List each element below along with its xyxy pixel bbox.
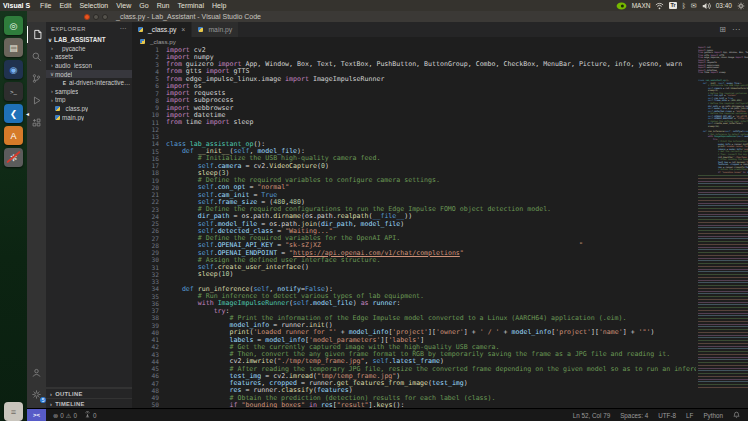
bluetooth-icon[interactable]: ᛒ	[682, 2, 686, 9]
menu-item-terminal[interactable]: Terminal	[177, 2, 203, 9]
line-number: 32	[132, 271, 166, 278]
line-number: 5	[132, 75, 166, 82]
encoding[interactable]: UTF-8	[658, 412, 676, 419]
settings-badge: 5	[40, 397, 46, 403]
menu-item-view[interactable]: View	[116, 2, 131, 9]
vscode-icon[interactable]: ❮◂	[4, 104, 23, 123]
source-control-icon[interactable]	[27, 70, 46, 87]
workspace-root[interactable]: ∨ LAB_ASSISTANT	[46, 35, 132, 44]
chevron-icon: ›	[50, 391, 52, 397]
line-number: 45	[132, 365, 166, 372]
code-line-32[interactable]: 32 sleep(10)	[132, 271, 696, 278]
warning-icon: ⚠	[66, 412, 72, 419]
tree-item-samples[interactable]: ›samples	[46, 87, 132, 96]
problems-indicator[interactable]: ⊗ 0 ⚠ 0	[53, 412, 77, 419]
tree-item-label: samples	[55, 88, 78, 95]
line-number: 46	[132, 372, 166, 379]
activity-bar: 5	[27, 22, 46, 408]
code-line-11[interactable]: 11from time import sleep	[132, 119, 696, 126]
notifications-bell-icon[interactable]	[733, 411, 740, 419]
language-mode[interactable]: Python	[703, 412, 723, 419]
line-number: 29	[132, 249, 166, 256]
dash-icon[interactable]: ◎	[4, 16, 23, 35]
window-minimize-button[interactable]	[93, 14, 99, 20]
code-line-50[interactable]: 50 if "bounding_boxes" in res["result"].…	[132, 401, 696, 408]
menu-item-file[interactable]: File	[40, 2, 51, 9]
trash-icon[interactable]: ≡	[4, 402, 23, 421]
window-close-button[interactable]	[84, 14, 90, 20]
browser-icon[interactable]: ◉	[4, 60, 23, 79]
input-method-indicator[interactable]: Tr	[669, 2, 676, 9]
tree-item-ai-driven-interactive-lab-assistant-[interactable]: Eai-driven-interactive-lab-assistant-...	[46, 78, 132, 87]
section-outline[interactable]: ›OUTLINE	[46, 388, 132, 398]
eol[interactable]: LF	[686, 412, 693, 419]
split-editor-icon[interactable]: ⊞	[719, 25, 726, 34]
line-number: 22	[132, 198, 166, 205]
explorer-icon[interactable]	[27, 26, 46, 43]
sidebar-sections: ›OUTLINE›TIMELINE	[46, 387, 132, 408]
code-editor[interactable]: 1import cv22import numpy3from guizero im…	[132, 46, 696, 408]
tree-item-_class-py[interactable]: _class.py	[46, 104, 132, 113]
line-number: 36	[132, 300, 166, 307]
line-number: 20	[132, 184, 166, 191]
menu-item-edit[interactable]: Edit	[59, 2, 71, 9]
tree-item-label: assets	[55, 53, 73, 60]
tree-item-audio_lesson[interactable]: ›audio_lesson	[46, 61, 132, 70]
menu-item-help[interactable]: Help	[212, 2, 226, 9]
close-icon[interactable]: ×	[181, 26, 185, 33]
account-icon[interactable]	[27, 364, 46, 381]
line-number: 40	[132, 329, 166, 336]
line-number: 7	[132, 90, 166, 97]
breadcrumb[interactable]: _class.py	[132, 37, 748, 46]
remote-indicator[interactable]: ><	[27, 409, 46, 421]
file-manager-icon[interactable]: ▤	[4, 38, 23, 57]
run-debug-icon[interactable]	[27, 92, 46, 109]
wifi-icon[interactable]	[655, 2, 664, 10]
chevron-icon: ›	[50, 401, 52, 407]
tab-_class-py[interactable]: _class.py×	[132, 22, 192, 37]
tree-item-main-py[interactable]: main.py	[46, 113, 132, 122]
cursor-position[interactable]: Ln 52, Col 79	[573, 412, 610, 419]
line-number: 23	[132, 206, 166, 213]
more-actions-icon[interactable]: ⋯	[732, 25, 740, 34]
status-bar: >< ⊗ 0 ⚠ 0 0 Ln 52, Col 79Spaces: 4UTF-8…	[27, 408, 748, 421]
tree-item-tmp[interactable]: ›tmp	[46, 96, 132, 105]
tree-item-model[interactable]: ∨model	[46, 70, 132, 79]
menu-item-selection[interactable]: Selection	[79, 2, 108, 9]
indentation[interactable]: Spaces: 4	[620, 412, 648, 419]
terminal-icon[interactable]: >_	[4, 82, 23, 101]
settings-icon[interactable]: ✻	[4, 148, 23, 167]
explorer-actions-icon[interactable]: ⋯	[120, 25, 127, 33]
line-number: 15	[132, 148, 166, 155]
code-line-12[interactable]: 12	[132, 126, 696, 133]
software-center-icon[interactable]: A	[4, 126, 23, 145]
window-maximize-button[interactable]	[102, 14, 108, 20]
line-number: 33	[132, 278, 166, 285]
python-file-icon	[140, 39, 145, 44]
session-gear-icon[interactable]	[737, 2, 745, 10]
chevron-down-icon: ∨	[48, 37, 52, 43]
menu-item-run[interactable]: Run	[157, 2, 170, 9]
line-number: 26	[132, 227, 166, 234]
line-number: 13	[132, 133, 166, 140]
line-number: 39	[132, 322, 166, 329]
tree-item-__pycache__[interactable]: ›__pycache__	[46, 44, 132, 53]
menu-item-go[interactable]: Go	[139, 2, 148, 9]
status-right: Ln 52, Col 79Spaces: 4UTF-8LFPython	[573, 411, 748, 419]
line-number: 12	[132, 126, 166, 133]
manage-gear-icon[interactable]: 5	[27, 386, 46, 403]
tree-item-label: main.py	[62, 114, 84, 121]
tab-main-py[interactable]: main.py	[192, 22, 239, 37]
minimap[interactable]: import cv2import numpyfrom guizero impor…	[696, 46, 748, 408]
search-icon[interactable]	[27, 48, 46, 65]
mail-icon[interactable]: ✉	[691, 2, 697, 10]
ports-indicator[interactable]: 0	[84, 411, 97, 419]
clock[interactable]: 03:40	[716, 2, 732, 9]
line-number: 16	[132, 155, 166, 162]
tree-item-assets[interactable]: ›assets	[46, 53, 132, 62]
section-timeline[interactable]: ›TIMELINE	[46, 398, 132, 408]
extensions-icon[interactable]	[27, 114, 46, 131]
line-number: 28	[132, 242, 166, 249]
volume-icon[interactable]	[702, 2, 711, 10]
line-number: 2	[132, 53, 166, 60]
